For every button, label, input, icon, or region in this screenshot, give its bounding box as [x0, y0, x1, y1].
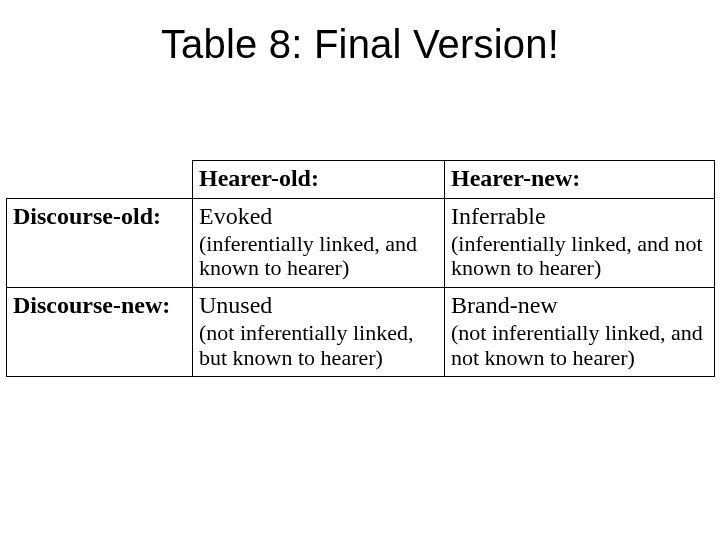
header-blank: [7, 161, 193, 199]
table-header-row: Hearer-old: Hearer-new:: [7, 161, 715, 199]
term-sub: (not inferentially linked, and not known…: [451, 321, 708, 370]
cell-brand-new: Brand-new (not inferentially linked, and…: [445, 288, 715, 377]
cell-unused: Unused (not inferentially linked, but kn…: [193, 288, 445, 377]
header-hearer-old: Hearer-old:: [193, 161, 445, 199]
page-title: Table 8: Final Version!: [0, 22, 720, 67]
table-row: Discourse-old: Evoked (inferentially lin…: [7, 198, 715, 287]
term-sub: (inferentially linked, and not known to …: [451, 232, 708, 281]
information-status-table: Hearer-old: Hearer-new: Discourse-old: E…: [6, 160, 715, 377]
slide: Table 8: Final Version! Hearer-old: Hear…: [0, 0, 720, 540]
header-hearer-new: Hearer-new:: [445, 161, 715, 199]
table-row: Discourse-new: Unused (not inferentially…: [7, 288, 715, 377]
cell-inferrable: Inferrable (inferentially linked, and no…: [445, 198, 715, 287]
term: Brand-new: [451, 292, 708, 319]
term: Unused: [199, 292, 438, 319]
row-label-discourse-old: Discourse-old:: [7, 198, 193, 287]
table-container: Hearer-old: Hearer-new: Discourse-old: E…: [6, 160, 714, 377]
term-sub: (inferentially linked, and known to hear…: [199, 232, 438, 281]
term: Inferrable: [451, 203, 708, 230]
cell-evoked: Evoked (inferentially linked, and known …: [193, 198, 445, 287]
row-label-discourse-new: Discourse-new:: [7, 288, 193, 377]
term-sub: (not inferentially linked, but known to …: [199, 321, 438, 370]
term: Evoked: [199, 203, 438, 230]
